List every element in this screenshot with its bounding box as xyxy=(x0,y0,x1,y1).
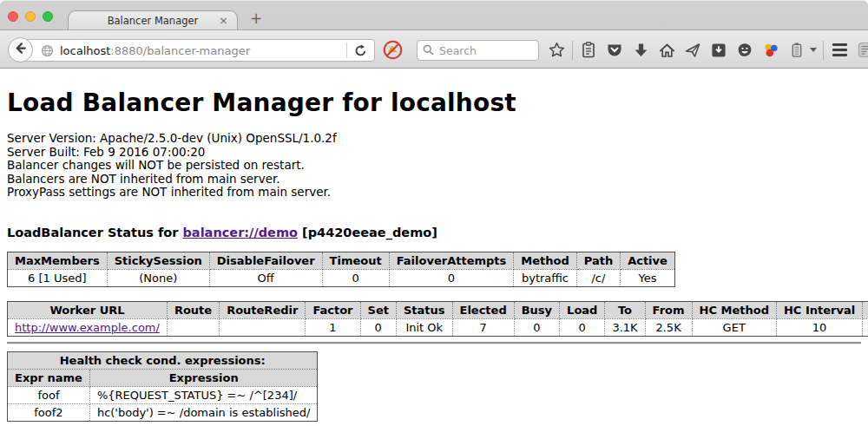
search-icon xyxy=(423,43,434,59)
reload-button[interactable] xyxy=(354,44,367,57)
server-version-line: Server Version: Apache/2.5.0-dev (Unix) … xyxy=(7,132,861,146)
toolbar-icons xyxy=(543,30,868,69)
balancer-demo-link[interactable]: balancer://demo xyxy=(182,226,298,239)
close-window-button[interactable] xyxy=(8,11,18,22)
content-blocked-icon[interactable] xyxy=(383,40,403,63)
col-method: Method xyxy=(514,252,576,269)
cell-method: bytraffic xyxy=(514,269,576,286)
col-maxmembers: MaxMembers xyxy=(8,252,108,269)
cell-elected: 7 xyxy=(452,318,514,336)
col-load: Load xyxy=(560,301,605,318)
col-busy: Busy xyxy=(514,301,559,318)
col-passes: Passes xyxy=(863,301,868,318)
window-controls xyxy=(8,11,53,22)
col-set: Set xyxy=(360,301,396,318)
col-expression: Expression xyxy=(89,369,318,386)
health-data-row: foof2 hc('body') =~ /domain is establish… xyxy=(8,403,318,421)
col-timeout: Timeout xyxy=(322,252,389,269)
menu-hamburger-icon[interactable] xyxy=(826,43,852,56)
cell-load: 0 xyxy=(560,318,605,336)
back-button[interactable] xyxy=(8,37,33,62)
globe-icon xyxy=(41,44,54,57)
back-arrow-icon xyxy=(14,42,27,58)
col-routeredir: RouteRedir xyxy=(220,301,306,318)
url-text[interactable]: localhost:8880/balancer-manager xyxy=(60,44,346,57)
health-data-row: foof %{REQUEST_STATUS} =~ /^[234]/ xyxy=(8,386,318,403)
cell-route xyxy=(167,318,219,336)
download-box-icon[interactable] xyxy=(706,43,732,58)
cell-routeredir xyxy=(220,318,306,336)
server-built-line: Server Built: Feb 9 2016 07:00:20 xyxy=(7,146,861,160)
colored-dots-icon[interactable] xyxy=(758,43,784,58)
cell-disablefailover: Off xyxy=(209,269,322,286)
col-worker-url: Worker URL xyxy=(8,301,168,318)
server-info: Server Version: Apache/2.5.0-dev (Unix) … xyxy=(7,132,861,200)
health-table-title: Health check cond. expressions: xyxy=(8,351,318,369)
zoom-window-button[interactable] xyxy=(43,11,53,22)
grid-extension-icon[interactable] xyxy=(852,42,868,58)
worker-table: Worker URL Route RouteRedir Factor Set S… xyxy=(7,301,868,337)
container-icon[interactable] xyxy=(784,42,810,58)
cell-timeout: 0 xyxy=(322,269,389,286)
health-title-row: Health check cond. expressions: xyxy=(8,351,318,369)
cell-busy: 0 xyxy=(514,318,559,336)
url-separator xyxy=(346,43,347,58)
status-heading: LoadBalancer Status for balancer://demo … xyxy=(7,226,861,239)
page-title: Load Balancer Manager for localhost xyxy=(7,69,861,117)
proxypass-inherit-line: ProxyPass settings are NOT inherited fro… xyxy=(7,186,861,200)
horizontal-rule xyxy=(7,342,861,344)
cell-stickysession: (None) xyxy=(107,269,209,286)
tab-title: Balancer Manager xyxy=(108,15,199,27)
health-check-table: Health check cond. expressions: Expr nam… xyxy=(7,351,318,422)
tab-bar: Balancer Manager × + xyxy=(0,0,868,29)
tab-close-icon[interactable]: × xyxy=(219,14,228,27)
bookmark-star-icon[interactable] xyxy=(543,42,569,58)
new-tab-button[interactable]: + xyxy=(250,10,262,27)
col-hc-interval: HC Interval xyxy=(776,301,862,318)
overflow-caret-icon[interactable] xyxy=(810,48,817,52)
smiley-chat-icon[interactable] xyxy=(732,43,758,58)
cell-factor: 1 xyxy=(306,318,360,336)
cell-set: 0 xyxy=(360,318,396,336)
toolbar-separator xyxy=(823,41,824,60)
clipboard-icon[interactable] xyxy=(575,42,602,58)
col-path: Path xyxy=(576,252,620,269)
cell-expr-name-foof: foof xyxy=(8,386,90,403)
browser-chrome: Balancer Manager × + localhost:8880/bala… xyxy=(0,0,868,69)
col-hc-method: HC Method xyxy=(692,301,776,318)
toolbar-separator xyxy=(572,41,573,60)
cell-hc-method: GET xyxy=(692,318,776,336)
navigation-toolbar: localhost:8880/balancer-manager xyxy=(0,29,868,69)
search-input[interactable] xyxy=(439,44,526,57)
cell-expression-foof2: hc('body') =~ /domain is established/ xyxy=(89,403,318,421)
cell-expr-name-foof2: foof2 xyxy=(8,403,90,421)
cell-path: /c/ xyxy=(576,269,620,286)
cell-hc-interval: 10 xyxy=(776,318,862,336)
col-factor: Factor xyxy=(306,301,360,318)
send-plane-icon[interactable] xyxy=(680,43,706,58)
status-heading-suffix: [p4420eeae_demo] xyxy=(298,226,437,239)
home-icon[interactable] xyxy=(654,43,680,58)
col-elected: Elected xyxy=(452,301,514,318)
col-route: Route xyxy=(167,301,219,318)
col-active: Active xyxy=(621,252,675,269)
col-to: To xyxy=(605,301,645,318)
cell-passes: 1 (0) xyxy=(863,318,868,336)
minimize-window-button[interactable] xyxy=(25,11,36,22)
cell-failoverattempts: 0 xyxy=(389,269,514,286)
col-from: From xyxy=(645,301,692,318)
pocket-icon[interactable] xyxy=(602,43,628,57)
url-bar[interactable]: localhost:8880/balancer-manager xyxy=(21,39,375,62)
cell-status: Init Ok xyxy=(396,318,452,336)
worker-data-row: http://www.example.com/ 1 0 Init Ok 7 0 … xyxy=(8,318,868,336)
tab-balancer-manager[interactable]: Balancer Manager × xyxy=(68,10,238,30)
col-expr-name: Expr name xyxy=(8,369,90,386)
search-bar[interactable] xyxy=(417,40,539,61)
cell-from: 2.5K xyxy=(645,318,692,336)
downloads-arrow-icon[interactable] xyxy=(628,43,654,58)
col-failoverattempts: FailoverAttempts xyxy=(389,252,514,269)
worker-url-link[interactable]: http://www.example.com/ xyxy=(15,321,160,334)
col-stickysession: StickySession xyxy=(107,252,209,269)
balancer-header-row: MaxMembers StickySession DisableFailover… xyxy=(8,252,675,269)
cell-expression-foof: %{REQUEST_STATUS} =~ /^[234]/ xyxy=(89,386,318,403)
